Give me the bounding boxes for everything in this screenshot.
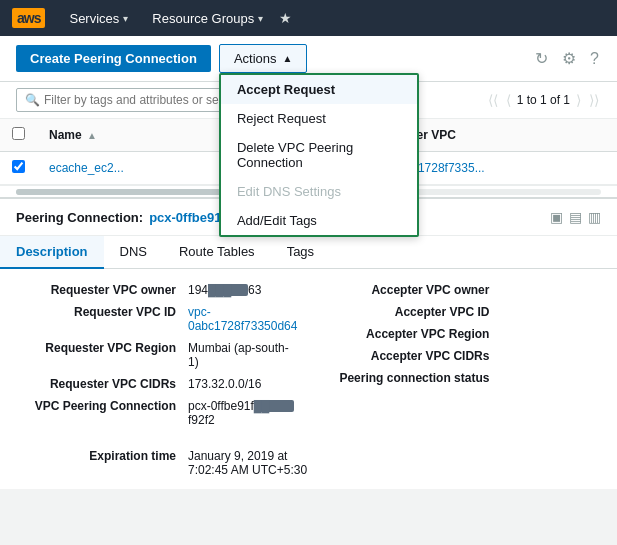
vpc-peering-connection-value: pcx-0ffbe91f██f92f2 [188, 399, 297, 427]
accepter-vpc-id-row: Accepter VPC ID [329, 301, 601, 323]
peering-connection-label: Peering Connection: [16, 210, 143, 225]
top-navigation: aws Services ▾ Resource Groups ▾ ★ [0, 0, 617, 36]
expiration-label: Expiration time [16, 449, 176, 463]
nav-services[interactable]: Services ▾ [61, 7, 136, 30]
requester-vpc-id-label: Requester VPC ID [16, 305, 176, 333]
toolbar: Create Peering Connection Actions ▲ Acce… [0, 36, 617, 82]
actions-dropdown-menu: Accept Request Reject Request Delete VPC… [219, 73, 419, 237]
vpc-peering-connection-label: VPC Peering Connection [16, 399, 176, 427]
accepter-vpc-cidrs-row: Accepter VPC CIDRs [329, 345, 601, 367]
row-checkbox[interactable] [12, 160, 25, 173]
requester-vpc-cidrs-label: Requester VPC CIDRs [16, 377, 176, 391]
requester-vpc-cidrs-row: Requester VPC CIDRs 173.32.0.0/16 [16, 373, 297, 395]
tab-route-tables[interactable]: Route Tables [163, 236, 271, 269]
add-edit-tags-item[interactable]: Add/Edit Tags [221, 206, 417, 235]
next-page-icon[interactable]: ⟩ [574, 92, 583, 108]
tabs-row: Description DNS Route Tables Tags [0, 236, 617, 269]
tab-description[interactable]: Description [0, 236, 104, 269]
details-right-column: Accepter VPC owner Accepter VPC ID Accep… [313, 279, 617, 431]
name-cell: ecache_ec2... [37, 152, 221, 185]
requester-vpc-region-value: Mumbai (ap-south-1) [188, 341, 297, 369]
requester-vpc-owner-row: Requester VPC owner 194███63 [16, 279, 297, 301]
actions-chevron-icon: ▲ [283, 53, 293, 64]
accepter-vpc-owner-label: Accepter VPC owner [329, 283, 489, 297]
requester-vpc-cidrs-value: 173.32.0.0/16 [188, 377, 261, 391]
nav-resource-groups[interactable]: Resource Groups ▾ [144, 7, 271, 30]
name-sort-icon: ▲ [87, 130, 97, 141]
scroll-thumb [16, 189, 250, 195]
favorites-icon[interactable]: ★ [279, 10, 292, 26]
edit-dns-settings-item: Edit DNS Settings [221, 177, 417, 206]
accepter-vpc-cidrs-label: Accepter VPC CIDRs [329, 349, 489, 363]
accepter-vpc-id-label: Accepter VPC ID [329, 305, 489, 319]
accept-request-item[interactable]: Accept Request [221, 75, 417, 104]
accepter-vpc-region-label: Accepter VPC Region [329, 327, 489, 341]
accepter-vpc-region-row: Accepter VPC Region [329, 323, 601, 345]
details-left-column: Requester VPC owner 194███63 Requester V… [0, 279, 313, 431]
vpc-peering-connection-row: VPC Peering Connection pcx-0ffbe91f██f92… [16, 395, 297, 431]
aws-logo: aws [12, 8, 45, 28]
details-grid: Requester VPC owner 194███63 Requester V… [0, 269, 617, 441]
last-page-icon[interactable]: ⟩⟩ [587, 92, 601, 108]
actions-button[interactable]: Actions ▲ [219, 44, 308, 73]
requester-vpc-id-value[interactable]: vpc-0abc1728f73350d64 [188, 305, 297, 333]
tab-tags[interactable]: Tags [271, 236, 330, 269]
bottom-panel: Peering Connection: pcx-0ffbe91f██████2f… [0, 197, 617, 489]
redacted-id: ██ [254, 400, 294, 412]
row-checkbox-cell [0, 152, 37, 185]
create-peering-button[interactable]: Create Peering Connection [16, 45, 211, 72]
services-chevron-icon: ▾ [123, 13, 128, 24]
peering-connection-status-label: Peering connection status [329, 371, 489, 385]
actions-dropdown-container: Actions ▲ Accept Request Reject Request … [219, 44, 308, 73]
first-page-icon[interactable]: ⟨⟨ [486, 92, 500, 108]
toolbar-right: ↻ ⚙ ? [533, 47, 601, 70]
prev-page-icon[interactable]: ⟨ [504, 92, 513, 108]
delete-vpc-peering-item[interactable]: Delete VPC Peering Connection [221, 133, 417, 177]
actions-label: Actions [234, 51, 277, 66]
search-icon: 🔍 [25, 93, 40, 107]
resource-groups-chevron-icon: ▾ [258, 13, 263, 24]
requester-vpc-id-row: Requester VPC ID vpc-0abc1728f73350d64 [16, 301, 297, 337]
settings-icon[interactable]: ⚙ [560, 47, 578, 70]
select-all-header [0, 119, 37, 152]
expiration-value: January 9, 2019 at7:02:45 AM UTC+5:30 [188, 449, 307, 477]
refresh-icon[interactable]: ↻ [533, 47, 550, 70]
requester-vpc-owner-value: 194███63 [188, 283, 261, 297]
tab-dns[interactable]: DNS [104, 236, 163, 269]
pagination-label: 1 to 1 of 1 [517, 93, 570, 107]
panel-icons: ▣ ▤ ▥ [550, 209, 601, 225]
reject-request-item[interactable]: Reject Request [221, 104, 417, 133]
requester-vpc-region-row: Requester VPC Region Mumbai (ap-south-1) [16, 337, 297, 373]
pagination: ⟨⟨ ⟨ 1 to 1 of 1 ⟩ ⟩⟩ [486, 92, 601, 108]
redacted-value: ███ [208, 284, 248, 296]
help-icon[interactable]: ? [588, 48, 601, 70]
peering-connection-status-row: Peering connection status [329, 367, 601, 389]
panel-icon-3[interactable]: ▥ [588, 209, 601, 225]
panel-icon-2[interactable]: ▤ [569, 209, 582, 225]
select-all-checkbox[interactable] [12, 127, 25, 140]
name-column-header: Name ▲ [37, 119, 221, 152]
services-label: Services [69, 11, 119, 26]
requester-vpc-owner-label: Requester VPC owner [16, 283, 176, 297]
accepter-vpc-owner-row: Accepter VPC owner [329, 279, 601, 301]
expiration-section: Expiration time January 9, 2019 at7:02:4… [0, 441, 617, 489]
name-link[interactable]: ecache_ec2... [49, 161, 124, 175]
resource-groups-label: Resource Groups [152, 11, 254, 26]
panel-icon-1[interactable]: ▣ [550, 209, 563, 225]
requester-vpc-region-label: Requester VPC Region [16, 341, 176, 369]
